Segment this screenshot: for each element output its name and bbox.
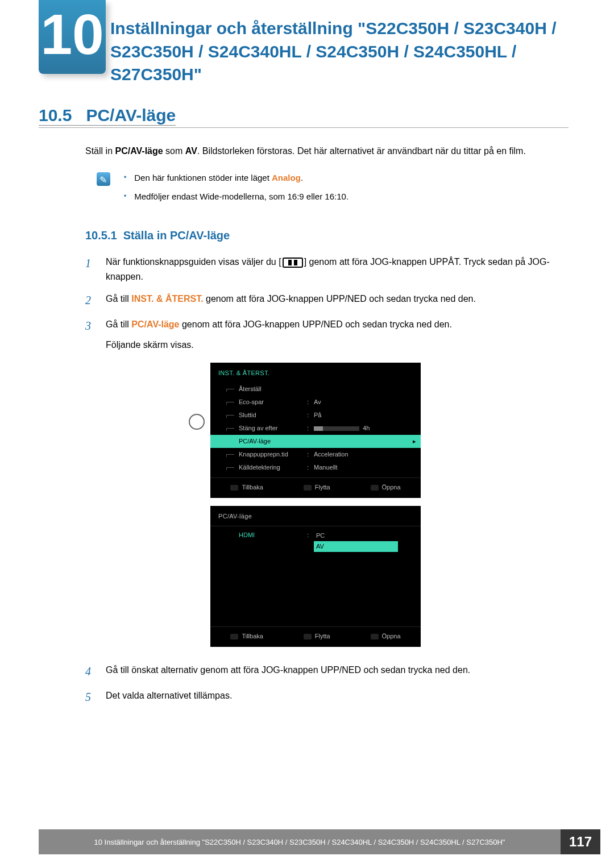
subsection-heading: 10.5.1 Ställa in PC/AV-läge [85,227,569,244]
osd-option: PC [314,530,398,541]
step-item: 5 Det valda alternativet tillämpas. [85,688,569,706]
bullet-dot: • [124,190,126,203]
note-item: Medföljer endast Wide-modellerna, som 16… [134,190,349,203]
osd-input-label: HDMI [239,530,307,552]
subsection-title: Ställa in PC/AV-läge [123,229,230,242]
step-item: 2 Gå till INST. & ÅTERST. genom att föra… [85,292,569,309]
step-body: Gå till önskat alternativ genom att föra… [106,663,569,680]
osd-row: Sluttid:På [210,409,421,422]
osd-nav-open: Öppna [371,632,401,641]
chapter-title: Inställningar och återställning "S22C350… [110,17,580,86]
term-instaterst: INST. & ÅTERST. [131,294,203,304]
note-icon [97,172,110,186]
step-item: 4 Gå till önskat alternativ genom att fö… [85,663,569,680]
step-item: 3 Gå till PC/AV-läge genom att föra JOG-… [85,317,569,352]
note-list: • Den här funktionen stöder inte läget A… [124,171,349,209]
step-number: 2 [85,292,96,309]
osd-row: Återställ [210,383,421,396]
term-analog: Analog [272,173,301,182]
term-av: AV [185,146,197,156]
osd-progress-bar [314,426,359,431]
step-number: 1 [85,255,96,284]
osd-menu-inst-aterst: INST. & ÅTERST. Återställ Eco-spar:Av Sl… [210,363,421,498]
osd-row: Stäng av efter: 4h [210,422,421,435]
section-heading: 10.5 PC/AV-läge [39,106,176,126]
step-body: Gå till PC/AV-läge genom att föra JOG-kn… [106,317,569,352]
step-followup: Följande skärm visas. [106,338,569,352]
term-pcav: PC/AV-läge [115,146,163,156]
osd-nav-bar: Tillbaka Flytta Öppna [210,626,421,643]
osd-nav-move: Flytta [304,483,330,492]
osd-nav-open: Öppna [371,483,401,492]
osd-nav-back: Tillbaka [230,483,263,492]
chapter-number-badge: 10 [39,0,106,74]
osd-row-selected: PC/AV-läge▸ [210,435,421,448]
osd-option-selected: AV [314,541,398,552]
step-number: 3 [85,317,96,352]
osd-title: INST. & ÅTERST. [210,363,421,383]
term-pcavlage: PC/AV-läge [131,319,179,329]
osd-nav-move: Flytta [304,632,330,641]
osd-nav-back: Tillbaka [230,632,263,641]
osd-row: Källdetektering:Manuellt [210,461,421,474]
bullet-dot: • [124,171,126,184]
intro-paragraph: Ställ in PC/AV-läge som AV. Bildstorleke… [85,144,569,159]
note-item: Den här funktionen stöder inte läget Ana… [134,171,303,184]
footer-text: 10 Inställningar och återställning "S22C… [39,838,561,846]
step-body: Det valda alternativet tillämpas. [106,688,569,706]
osd-row: Eco-spar:Av [210,396,421,409]
chevron-right-icon: ▸ [413,437,416,446]
step-body: När funktionsknappsguiden visas väljer d… [106,255,569,284]
section-number: 10.5 [39,106,72,124]
section-title: PC/AV-läge [86,106,176,124]
page-footer: 10 Inställningar och återställning "S22C… [39,829,600,854]
step-body: Gå till INST. & ÅTERST. genom att föra J… [106,292,569,309]
osd-nav-bar: Tillbaka Flytta Öppna [210,477,421,495]
step-item: 1 När funktionsknappsguiden visas väljer… [85,255,569,284]
osd-row: HDMI : PC AV [210,529,421,554]
subsection-number: 10.5.1 [85,229,117,242]
footer-page-number: 117 [561,829,600,854]
osd-menu-pcav: PC/AV-läge HDMI : PC AV Tillbaka Flytta … [210,506,421,647]
step-number: 4 [85,663,96,680]
gear-icon [189,414,205,430]
menu-button-icon [283,258,303,268]
step-number: 5 [85,688,96,706]
osd-row: Knappupprepn.tid:Acceleration [210,448,421,461]
osd-title: PC/AV-läge [210,506,421,526]
section-heading-rule [39,127,569,128]
